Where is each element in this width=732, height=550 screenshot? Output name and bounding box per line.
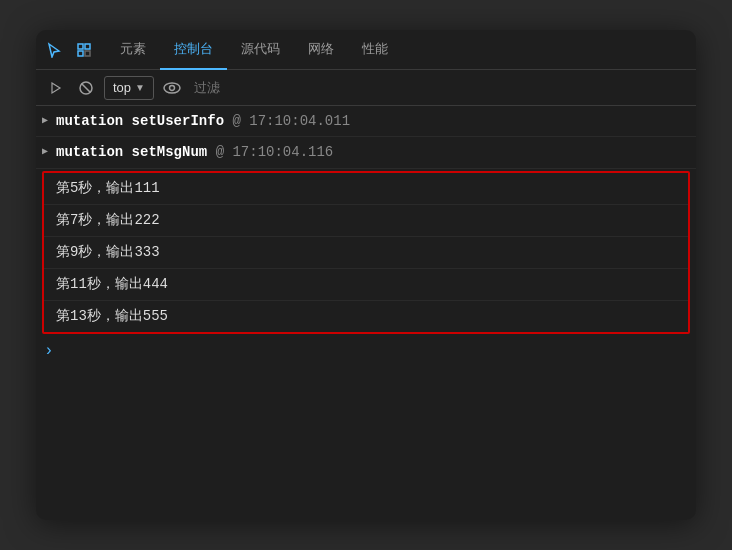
log-entry-5: 第13秒，输出555	[44, 301, 688, 332]
cursor-icon[interactable]	[40, 36, 68, 64]
log-entry-1: 第5秒，输出111	[44, 173, 688, 205]
log-text-3: 第9秒，输出333	[56, 242, 160, 263]
tab-console[interactable]: 控制台	[160, 30, 227, 70]
svg-point-8	[169, 85, 174, 90]
console-content: ▶ mutation setUserInfo @ 17:10:04.011 ▶ …	[36, 106, 696, 520]
log-text-5: 第13秒，输出555	[56, 306, 168, 327]
mutation-entry-2[interactable]: ▶ mutation setMsgNum @ 17:10:04.116	[36, 137, 696, 168]
expand-triangle-2[interactable]: ▶	[42, 145, 48, 157]
highlighted-log-block: 第5秒，输出111 第7秒，输出222 第9秒，输出333 第11秒，输出444…	[42, 171, 690, 334]
tab-network[interactable]: 网络	[294, 30, 348, 70]
svg-rect-3	[85, 51, 90, 56]
mutation-text-1: mutation setUserInfo @ 17:10:04.011	[56, 110, 350, 132]
svg-point-7	[164, 83, 180, 93]
prompt-line[interactable]: ›	[36, 336, 696, 366]
log-entry-3: 第9秒，输出333	[44, 237, 688, 269]
svg-rect-0	[78, 44, 83, 49]
devtools-window: 元素 控制台 源代码 网络 性能 top ▼	[36, 30, 696, 520]
eye-button[interactable]	[160, 76, 184, 100]
expand-triangle-1[interactable]: ▶	[42, 114, 48, 126]
run-button[interactable]	[44, 76, 68, 100]
tab-elements[interactable]: 元素	[106, 30, 160, 70]
mutation-entry-1[interactable]: ▶ mutation setUserInfo @ 17:10:04.011	[36, 106, 696, 137]
svg-rect-1	[85, 44, 90, 49]
svg-rect-2	[78, 51, 83, 56]
mutation-text-2: mutation setMsgNum @ 17:10:04.116	[56, 141, 333, 163]
prompt-arrow-icon: ›	[44, 342, 54, 360]
svg-line-6	[82, 83, 91, 92]
toolbar: top ▼	[36, 70, 696, 106]
tab-icons	[40, 36, 98, 64]
tab-performance[interactable]: 性能	[348, 30, 402, 70]
context-selector[interactable]: top ▼	[104, 76, 154, 100]
log-entry-2: 第7秒，输出222	[44, 205, 688, 237]
chevron-down-icon: ▼	[135, 82, 145, 93]
log-text-4: 第11秒，输出444	[56, 274, 168, 295]
tab-sources[interactable]: 源代码	[227, 30, 294, 70]
element-picker-icon[interactable]	[70, 36, 98, 64]
tab-bar: 元素 控制台 源代码 网络 性能	[36, 30, 696, 70]
filter-input[interactable]	[190, 80, 688, 95]
svg-marker-4	[52, 83, 60, 93]
log-entry-4: 第11秒，输出444	[44, 269, 688, 301]
block-button[interactable]	[74, 76, 98, 100]
log-text-2: 第7秒，输出222	[56, 210, 160, 231]
log-text-1: 第5秒，输出111	[56, 178, 160, 199]
